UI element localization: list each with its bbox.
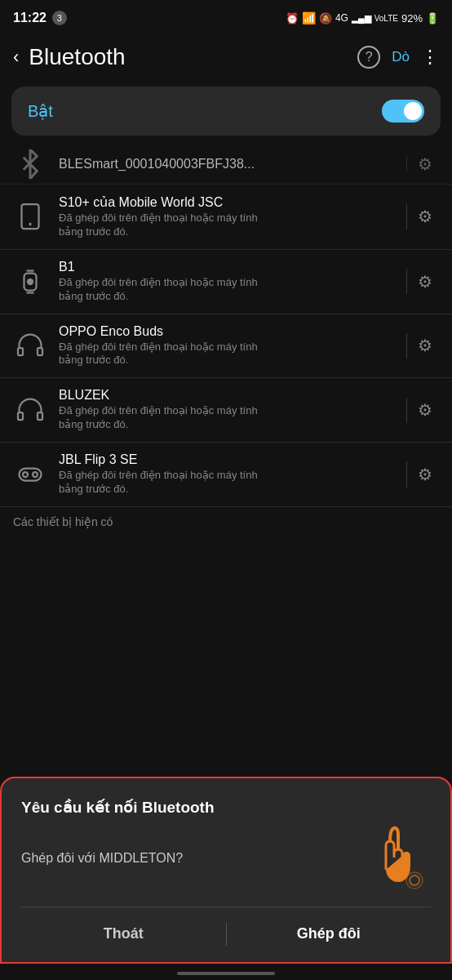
- battery-icon: 🔋: [426, 12, 439, 24]
- bluetooth-icon: [13, 147, 47, 181]
- confirm-button[interactable]: Ghép đôi: [227, 919, 432, 949]
- divider: [406, 398, 407, 423]
- section-label: Các thiết bị hiện có: [0, 507, 452, 533]
- speaker-icon: [13, 457, 47, 492]
- dialog-actions: Thoát Ghép đôi: [21, 906, 431, 949]
- divider: [406, 461, 407, 487]
- status-bar: 11:22 3 ⏰ 📶 🔕 4G ▂▄▆ VoLTE 92% 🔋: [0, 0, 452, 33]
- device-list: BLESmart_0001040003FBFJ38... ⚙ S10+ của …: [0, 144, 452, 533]
- dialog-title: Yêu cầu kết nối Bluetooth: [21, 798, 431, 817]
- device-name: BLUZEK: [59, 388, 411, 403]
- dialog-overlay: Yêu cầu kết nối Bluetooth Ghép đôi với M…: [0, 777, 452, 980]
- signal-bars: ▂▄▆: [352, 13, 371, 24]
- bluetooth-status-icon: 📶: [302, 11, 316, 24]
- svg-rect-6: [18, 348, 23, 355]
- status-time: 11:22: [13, 11, 47, 25]
- device-name: S10+ của Mobile World JSC: [59, 194, 411, 210]
- cancel-button[interactable]: Thoát: [21, 919, 226, 949]
- device-name: OPPO Enco Buds: [59, 324, 411, 339]
- divider: [406, 269, 407, 294]
- mute-icon: 🔕: [319, 12, 332, 24]
- list-item[interactable]: BLUZEK Đã ghép đôi trên điện thoại hoặc …: [0, 378, 452, 443]
- svg-point-5: [28, 279, 33, 284]
- bluetooth-toggle[interactable]: [382, 100, 424, 122]
- back-button[interactable]: ‹: [13, 47, 19, 68]
- hand-pointer-icon: [366, 825, 431, 890]
- divider: [406, 333, 407, 359]
- headphones-icon: [13, 328, 47, 363]
- svg-point-11: [23, 472, 28, 477]
- notification-badge: 3: [52, 11, 67, 25]
- svg-point-13: [410, 875, 419, 885]
- device-status: Đã ghép đôi trên điện thoại hoặc máy tín…: [59, 469, 411, 497]
- list-item[interactable]: B1 Đã ghép đôi trên điện thoại hoặc máy …: [0, 250, 452, 314]
- device-status: Đã ghép đôi trên điện thoại hoặc máy tín…: [59, 341, 411, 368]
- device-status: Đã ghép đôi trên điện thoại hoặc máy tín…: [59, 276, 411, 304]
- alarm-icon: ⏰: [286, 12, 299, 24]
- list-item[interactable]: BLESmart_0001040003FBFJ38... ⚙: [0, 144, 452, 185]
- svg-rect-9: [38, 412, 42, 420]
- battery-text: 92%: [401, 12, 423, 24]
- bluetooth-pairing-dialog: Yêu cầu kết nối Bluetooth Ghép đôi với M…: [0, 777, 452, 964]
- page-title: Bluetooth: [29, 44, 357, 70]
- status-icons: ⏰ 📶 🔕 4G ▂▄▆ VoLTE 92% 🔋: [286, 11, 439, 24]
- device-status: Đã ghép đôi trên điện thoại hoặc máy tín…: [59, 212, 411, 239]
- device-name: JBL Flip 3 SE: [59, 452, 411, 467]
- app-bar: ‹ Bluetooth ? Dò ⋮: [0, 33, 452, 82]
- device-settings-icon[interactable]: ⚙: [411, 329, 439, 362]
- device-status: Đã ghép đôi trên điện thoại hoặc máy tín…: [59, 404, 411, 432]
- device-name: B1: [59, 260, 411, 274]
- svg-point-12: [33, 472, 38, 477]
- dialog-message: Ghép đôi với MIDDLETON?: [21, 850, 183, 866]
- lte-icon: VoLTE: [374, 14, 398, 23]
- device-settings-icon[interactable]: ⚙: [411, 200, 439, 233]
- list-item[interactable]: S10+ của Mobile World JSC Đã ghép đôi tr…: [0, 185, 452, 250]
- list-item[interactable]: JBL Flip 3 SE Đã ghép đôi trên điện thoạ…: [0, 443, 452, 507]
- device-settings-icon[interactable]: ⚙: [411, 394, 439, 426]
- dialog-content: Ghép đôi với MIDDLETON?: [21, 825, 431, 890]
- divider: [406, 156, 407, 172]
- svg-rect-8: [18, 412, 23, 420]
- app-bar-actions: ? Dò ⋮: [357, 46, 439, 69]
- bluetooth-toggle-label: Bật: [28, 101, 53, 121]
- svg-rect-7: [38, 348, 42, 355]
- watch-icon: [13, 265, 47, 299]
- device-settings-icon[interactable]: ⚙: [411, 458, 439, 491]
- help-button[interactable]: ?: [357, 46, 380, 69]
- device-name: BLESmart_0001040003FBFJ38...: [59, 157, 411, 172]
- scan-button[interactable]: Dò: [392, 49, 410, 65]
- bluetooth-toggle-section: Bật: [11, 87, 441, 136]
- device-settings-icon[interactable]: ⚙: [411, 265, 439, 298]
- phone-icon: [13, 199, 47, 234]
- more-button[interactable]: ⋮: [421, 47, 439, 68]
- home-indicator: [177, 972, 275, 975]
- list-item[interactable]: OPPO Enco Buds Đã ghép đôi trên điện tho…: [0, 314, 452, 379]
- device-settings-icon[interactable]: ⚙: [411, 148, 439, 180]
- signal-icon: 4G: [335, 12, 348, 24]
- divider: [406, 204, 407, 230]
- headphones-icon: [13, 393, 47, 427]
